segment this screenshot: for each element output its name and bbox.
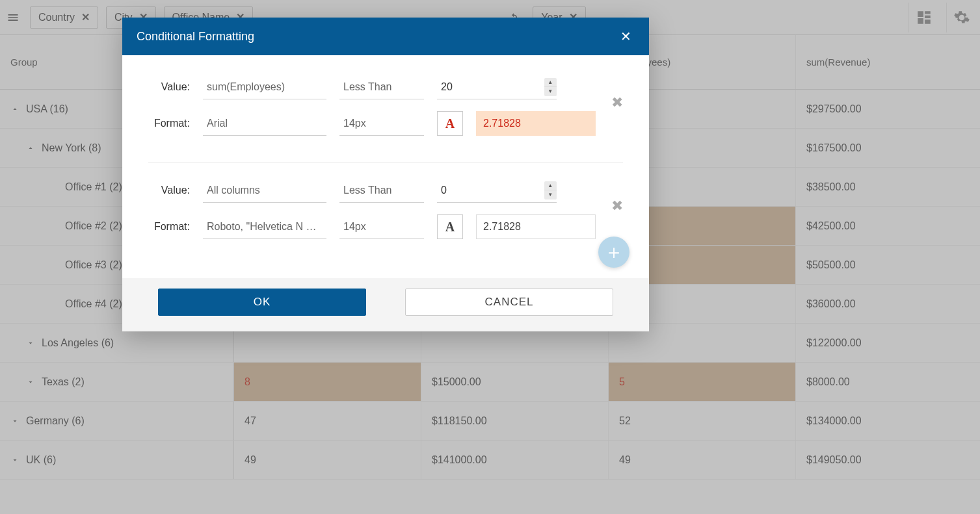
- operator-select[interactable]: [339, 178, 424, 203]
- step-up-icon[interactable]: ▲: [544, 78, 557, 88]
- font-size-select[interactable]: [339, 214, 424, 239]
- format-label: Format:: [148, 221, 190, 233]
- dialog-title: Conditional Formatting: [137, 30, 254, 44]
- format-rule: Value: ▲ ▼ Format: A: [148, 178, 623, 265]
- font-family-select[interactable]: [203, 111, 326, 136]
- delete-rule-icon[interactable]: ✖: [607, 196, 627, 216]
- format-preview[interactable]: 2.71828: [476, 214, 596, 239]
- dialog-body: Value: ▲ ▼ Format: A: [122, 55, 649, 278]
- value-label: Value:: [148, 185, 190, 196]
- text-color-button[interactable]: A: [437, 111, 463, 136]
- close-icon[interactable]: ✕: [616, 27, 635, 45]
- step-down-icon[interactable]: ▼: [544, 190, 557, 199]
- number-stepper[interactable]: ▲ ▼: [544, 181, 557, 199]
- column-select[interactable]: [203, 178, 326, 203]
- conditional-formatting-dialog: Conditional Formatting ✕ Value: ▲ ▼: [122, 18, 649, 331]
- operator-select[interactable]: [339, 75, 424, 99]
- step-down-icon[interactable]: ▼: [544, 87, 557, 96]
- column-select[interactable]: [203, 75, 326, 99]
- number-stepper[interactable]: ▲ ▼: [544, 78, 557, 96]
- font-family-select[interactable]: [203, 214, 326, 239]
- threshold-input[interactable]: ▲ ▼: [437, 178, 557, 203]
- threshold-input[interactable]: ▲ ▼: [437, 75, 557, 99]
- ok-button[interactable]: OK: [158, 289, 366, 316]
- font-size-select[interactable]: [339, 111, 424, 136]
- format-rule: Value: ▲ ▼ Format: A: [148, 75, 623, 162]
- dialog-footer: OK CANCEL: [122, 278, 649, 331]
- format-label: Format:: [148, 118, 190, 129]
- cancel-button[interactable]: CANCEL: [405, 289, 613, 316]
- text-color-button[interactable]: A: [437, 214, 463, 239]
- add-rule-button[interactable]: ＋: [598, 237, 629, 268]
- dialog-titlebar: Conditional Formatting ✕: [122, 18, 649, 55]
- format-preview[interactable]: 2.71828: [476, 111, 596, 136]
- threshold-field[interactable]: [437, 81, 544, 93]
- delete-rule-icon[interactable]: ✖: [607, 93, 627, 112]
- step-up-icon[interactable]: ▲: [544, 181, 557, 191]
- value-label: Value:: [148, 81, 190, 93]
- threshold-field[interactable]: [437, 185, 544, 196]
